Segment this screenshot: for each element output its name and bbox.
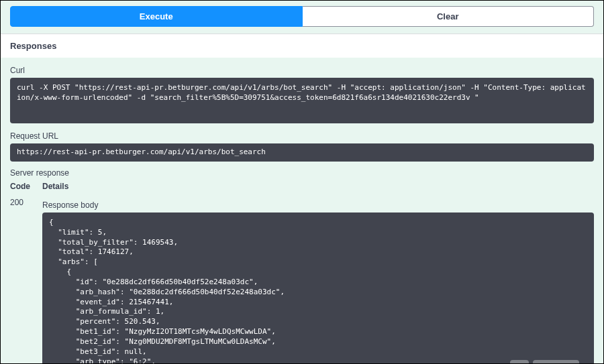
curl-section: Curl curl -X POST "https://rest-api-pr.b… (1, 58, 603, 123)
request-url-output: https://rest-api-pr.betburger.com/api/v1… (10, 143, 594, 162)
server-response-label: Server response (10, 168, 594, 178)
details-cell: Response body { "limit": 5, "total_by_fi… (42, 198, 594, 364)
request-url-section: Request URL https://rest-api-pr.betburge… (1, 123, 603, 162)
response-row: 200 Response body { "limit": 5, "total_b… (10, 198, 594, 364)
response-body-container: { "limit": 5, "total_by_filter": 1469543… (42, 213, 594, 364)
swagger-panel: Execute Clear Responses Curl curl -X POS… (0, 0, 604, 364)
clear-button[interactable]: Clear (303, 6, 595, 27)
download-button[interactable]: Download (533, 360, 579, 364)
response-body-output[interactable]: { "limit": 5, "total_by_filter": 1469543… (42, 213, 594, 364)
action-row: Execute Clear (1, 1, 603, 34)
status-code: 200 (10, 198, 42, 364)
responses-header: Responses (1, 34, 603, 58)
copy-button[interactable] (510, 360, 529, 364)
request-url-label: Request URL (10, 131, 594, 141)
details-header: Details (42, 182, 594, 191)
curl-label: Curl (10, 66, 594, 75)
response-table-header: Code Details (10, 182, 594, 191)
curl-output: curl -X POST "https://rest-api-pr.betbur… (10, 78, 594, 123)
body-action-buttons: Download (510, 360, 579, 364)
execute-button[interactable]: Execute (10, 6, 303, 27)
response-body-label: Response body (42, 200, 594, 210)
code-header: Code (10, 182, 42, 191)
server-response-section: Server response Code Details 200 Respons… (1, 162, 603, 364)
